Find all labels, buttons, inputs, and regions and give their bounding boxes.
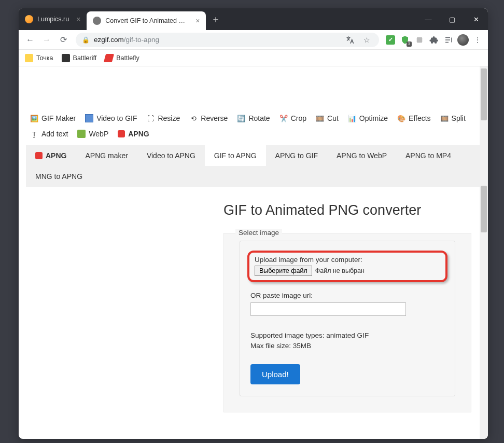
scrollbar[interactable] (480, 66, 488, 439)
cut-icon: 🎞️ (316, 114, 324, 122)
subnav-apng-to-webp[interactable]: APNG to WebP (327, 145, 396, 166)
choose-file-button[interactable]: Выберите файл (255, 266, 312, 276)
support-text: Supported image types: animated GIF Max … (250, 330, 444, 352)
nav-effects[interactable]: 🎨Effects (396, 112, 432, 124)
fieldset-legend: Select image (235, 229, 282, 237)
page-content: 🖼️GIF Maker Video to GIF ⛶Resize ⟲Revers… (19, 66, 488, 439)
nav-split[interactable]: 🎞️Split (439, 112, 467, 124)
subnav-apng-to-gif[interactable]: APNG to GIF (266, 145, 327, 166)
crop-icon: ✂️ (279, 114, 288, 122)
menu-icon[interactable]: ⋮ (471, 34, 484, 46)
optimize-icon: 📊 (348, 114, 356, 122)
tab-lumpics[interactable]: Lumpics.ru × (19, 8, 87, 30)
apng-icon (118, 130, 125, 137)
nav-add-text[interactable]: ṮAdd text (29, 128, 69, 140)
nav-reverse[interactable]: ⟲Reverse (188, 112, 229, 124)
nav-resize[interactable]: ⛶Resize (145, 112, 181, 124)
maximize-button[interactable]: ▢ (440, 8, 464, 30)
file-status: Файл не выбран (315, 267, 365, 274)
folder-icon (25, 54, 33, 62)
bookmark-icon (104, 54, 114, 62)
reload-button[interactable]: ⟳ (56, 33, 71, 47)
nav-cut[interactable]: 🎞️Cut (315, 112, 340, 124)
extension-gray-icon[interactable] (413, 34, 426, 46)
url-input[interactable] (250, 302, 406, 316)
extension-check-icon[interactable]: ✓ (384, 34, 397, 46)
titlebar: Lumpics.ru × Convert GIF to Animated PNG… (19, 8, 488, 30)
scrollbar-thumb[interactable] (481, 68, 487, 120)
gif-icon: 🖼️ (30, 114, 38, 122)
new-tab-button[interactable]: ＋ (206, 8, 226, 30)
nav-apng[interactable]: APNG (117, 128, 150, 140)
extensions-icon[interactable] (428, 34, 440, 46)
toolbar: ← → ⟳ 🔒 ezgif.com/gif-to-apng ☆ ✓ 3 ⋮ (19, 30, 488, 50)
browser-window: Lumpics.ru × Convert GIF to Animated PNG… (19, 8, 488, 439)
webp-icon (77, 130, 86, 138)
resize-icon: ⛶ (146, 114, 155, 122)
apng-icon (35, 152, 43, 159)
back-button[interactable]: ← (23, 33, 37, 47)
tab-title: Convert GIF to Animated PNG (105, 17, 188, 24)
bookmark-battleriff[interactable]: Battleriff (62, 54, 97, 62)
nav-crop[interactable]: ✂️Crop (278, 112, 307, 124)
reverse-icon: ⟲ (189, 114, 198, 122)
bookmarks-bar: Точка Battleriff Battlefly (19, 50, 488, 66)
film-icon (85, 114, 93, 122)
main-nav: 🖼️GIF Maker Video to GIF ⛶Resize ⟲Revers… (19, 66, 488, 142)
subnav-gif-to-apng[interactable]: GIF to APNG (205, 145, 266, 166)
scrollbar-thumb[interactable] (481, 186, 487, 232)
nav-webp[interactable]: WebP (76, 128, 109, 140)
tab-title: Lumpics.ru (37, 16, 69, 23)
rotate-icon: 🔄 (237, 114, 245, 122)
subnav-video-to-apng[interactable]: Video to APNG (137, 145, 205, 166)
url-text: ezgif.com/gif-to-apng (94, 36, 159, 44)
url-bar[interactable]: 🔒 ezgif.com/gif-to-apng ☆ (76, 33, 379, 47)
nav-video-to-gif[interactable]: Video to GIF (84, 112, 138, 124)
close-icon[interactable]: × (195, 17, 200, 25)
favicon-lumpics (25, 15, 33, 23)
forward-button[interactable]: → (39, 33, 54, 47)
bookmark-icon (62, 54, 70, 62)
profile-avatar[interactable] (457, 34, 469, 46)
main-area: GIF to Animated PNG converter Select ima… (19, 187, 488, 423)
shield-icon[interactable]: 3 (399, 34, 411, 46)
close-icon[interactable]: × (76, 15, 80, 23)
page-heading: GIF to Animated PNG converter (223, 202, 478, 218)
translate-icon[interactable] (344, 34, 356, 46)
subnav-mng-to-apng[interactable]: MNG to APNG (26, 166, 92, 187)
svg-rect-0 (417, 37, 423, 43)
or-label: OR paste image url: (250, 292, 444, 299)
bookmark-tochka[interactable]: Точка (25, 54, 53, 62)
upload-label: Upload image from your computer: (255, 256, 440, 264)
subnav-apng-maker[interactable]: APNG maker (76, 145, 137, 166)
nav-optimize[interactable]: 📊Optimize (347, 112, 389, 124)
split-icon: 🎞️ (440, 114, 449, 122)
minimize-button[interactable]: — (416, 8, 440, 30)
window-controls: — ▢ ✕ (416, 8, 488, 30)
shield-badge: 3 (407, 41, 412, 47)
bookmark-battlefly[interactable]: Battlefly (105, 54, 139, 62)
nav-gif-maker[interactable]: 🖼️GIF Maker (29, 112, 77, 124)
tab-ezgif[interactable]: Convert GIF to Animated PNG × (87, 11, 206, 30)
sub-nav: APNG APNG maker Video to APNG GIF to APN… (26, 145, 481, 187)
subnav-apng-to-mp4[interactable]: APNG to MP4 (396, 145, 460, 166)
nav-rotate[interactable]: 🔄Rotate (236, 112, 271, 124)
text-icon: Ṯ (30, 130, 38, 138)
upload-button[interactable]: Upload! (250, 364, 300, 384)
effects-icon: 🎨 (397, 114, 405, 122)
lock-icon: 🔒 (82, 36, 90, 44)
favicon-ezgif (93, 17, 101, 25)
star-icon[interactable]: ☆ (360, 34, 373, 46)
subnav-brand[interactable]: APNG (26, 145, 76, 166)
upload-panel: Select image Upload image from your comp… (223, 233, 471, 412)
reading-list-icon[interactable] (442, 34, 455, 46)
upload-highlight: Upload image from your computer: Выберит… (247, 251, 447, 282)
close-button[interactable]: ✕ (464, 8, 488, 30)
